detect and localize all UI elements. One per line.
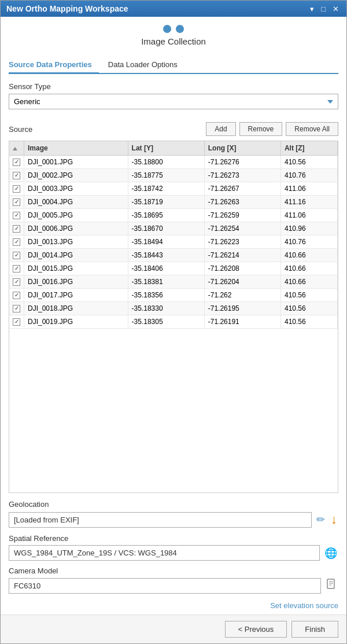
row-checkbox-cell	[9, 275, 24, 289]
remove-all-button[interactable]: Remove All	[286, 122, 338, 136]
sensor-type-select[interactable]: Generic UAV/UAS Digital Camera Film Came…	[9, 94, 338, 109]
table-row: DJI_0017.JPG-35.18356-71.262410.56	[9, 289, 338, 302]
sensor-type-label: Sensor Type	[9, 82, 338, 91]
row-long: -71.26276	[204, 156, 280, 169]
row-checkbox[interactable]	[13, 318, 20, 326]
row-image: DJI_0016.JPG	[24, 275, 128, 289]
row-lat: -35.18775	[128, 169, 204, 182]
row-long: -71.26254	[204, 222, 280, 235]
row-checkbox[interactable]	[13, 212, 20, 219]
row-lat: -35.18406	[128, 262, 204, 275]
close-icon[interactable]: ✕	[331, 5, 341, 13]
set-elevation-link[interactable]: Set elevation source	[9, 601, 338, 610]
row-long: -71.26267	[204, 182, 280, 196]
row-long: -71.26259	[204, 209, 280, 222]
table-row: DJI_0003.JPG-35.18742-71.26267411.06	[9, 182, 338, 196]
geolocation-edit-icon[interactable]: ✏	[315, 512, 326, 527]
row-image: DJI_0001.JPG	[24, 156, 128, 169]
row-checkbox-cell	[9, 169, 24, 182]
spatial-reference-input[interactable]	[9, 545, 320, 561]
finish-button[interactable]: Finish	[291, 621, 338, 638]
sensor-type-group: Sensor Type Generic UAV/UAS Digital Came…	[9, 82, 338, 116]
table-body: DJI_0001.JPG-35.18800-71.26276410.56DJI_…	[9, 156, 338, 329]
row-image: DJI_0006.JPG	[24, 222, 128, 235]
table-row: DJI_0005.JPG-35.18695-71.26259411.06	[9, 209, 338, 222]
window-controls: ▾ □ ✕	[308, 5, 341, 13]
row-checkbox[interactable]	[13, 159, 20, 166]
row-checkbox-cell	[9, 222, 24, 235]
camera-model-input[interactable]	[9, 578, 321, 594]
table-row: DJI_0001.JPG-35.18800-71.26276410.56	[9, 156, 338, 169]
row-long: -71.262	[204, 289, 280, 302]
row-image: DJI_0019.JPG	[24, 315, 128, 329]
row-lat: -35.18381	[128, 275, 204, 289]
tab-bar: Source Data Properties Data Loader Optio…	[9, 57, 338, 74]
footer-bar: < Previous Finish	[1, 614, 346, 643]
row-checkbox[interactable]	[13, 305, 20, 312]
previous-button[interactable]: < Previous	[225, 621, 287, 638]
row-alt: 411.16	[280, 196, 337, 209]
spatial-reference-group: Spatial Reference 🌐	[9, 534, 338, 561]
tab-source-data[interactable]: Source Data Properties	[9, 57, 99, 74]
row-checkbox[interactable]	[13, 198, 20, 206]
header-long: Long [X]	[204, 141, 280, 156]
image-table-scroll[interactable]: Image Lat [Y] Long [X] Alt [Z] DJI_0001.…	[9, 141, 338, 492]
row-long: -71.26223	[204, 235, 280, 249]
table-row: DJI_0004.JPG-35.18719-71.26263411.16	[9, 196, 338, 209]
row-alt: 410.56	[280, 289, 337, 302]
camera-model-row	[9, 577, 338, 594]
row-checkbox[interactable]	[13, 238, 20, 246]
row-alt: 410.96	[280, 222, 337, 235]
row-lat: -35.18494	[128, 235, 204, 249]
maximize-icon[interactable]: □	[319, 5, 327, 13]
row-lat: -35.18443	[128, 249, 204, 262]
row-checkbox[interactable]	[13, 278, 20, 286]
row-alt: 410.76	[280, 169, 337, 182]
row-image: DJI_0004.JPG	[24, 196, 128, 209]
svg-rect-0	[327, 579, 334, 588]
geolocation-group: Geolocation ✏ ↓	[9, 500, 338, 528]
minimize-icon[interactable]: ▾	[308, 5, 316, 13]
content-area: Image Collection Source Data Properties …	[1, 17, 346, 643]
row-checkbox[interactable]	[13, 225, 20, 233]
row-lat: -35.18670	[128, 222, 204, 235]
source-label: Source	[9, 125, 202, 134]
table-row: DJI_0014.JPG-35.18443-71.26214410.66	[9, 249, 338, 262]
spatial-reference-globe-icon[interactable]: 🌐	[323, 546, 338, 561]
row-checkbox-cell	[9, 302, 24, 315]
row-checkbox-cell	[9, 182, 24, 196]
row-image: DJI_0003.JPG	[24, 182, 128, 196]
row-checkbox[interactable]	[13, 292, 20, 299]
camera-model-group: Camera Model	[9, 566, 338, 594]
row-checkbox[interactable]	[13, 185, 20, 193]
row-alt: 411.06	[280, 182, 337, 196]
remove-button[interactable]: Remove	[239, 122, 283, 136]
table-header-row: Image Lat [Y] Long [X] Alt [Z]	[9, 141, 338, 156]
row-image: DJI_0005.JPG	[24, 209, 128, 222]
image-table: Image Lat [Y] Long [X] Alt [Z] DJI_0001.…	[9, 141, 338, 329]
row-image: DJI_0002.JPG	[24, 169, 128, 182]
row-image: DJI_0014.JPG	[24, 249, 128, 262]
spatial-reference-row: 🌐	[9, 545, 338, 561]
add-button[interactable]: Add	[206, 122, 235, 136]
row-checkbox-cell	[9, 289, 24, 302]
row-image: DJI_0017.JPG	[24, 289, 128, 302]
row-checkbox-cell	[9, 262, 24, 275]
row-checkbox[interactable]	[13, 265, 20, 273]
row-alt: 410.66	[280, 262, 337, 275]
tab-data-loader[interactable]: Data Loader Options	[108, 57, 184, 74]
camera-model-doc-icon[interactable]	[324, 577, 338, 594]
table-row: DJI_0013.JPG-35.18494-71.26223410.76	[9, 235, 338, 249]
table-row: DJI_0015.JPG-35.18406-71.26208410.66	[9, 262, 338, 275]
row-checkbox[interactable]	[13, 172, 20, 179]
row-long: -71.26204	[204, 275, 280, 289]
row-lat: -35.18330	[128, 302, 204, 315]
row-image: DJI_0015.JPG	[24, 262, 128, 275]
row-checkbox-cell	[9, 235, 24, 249]
window-title: New Ortho Mapping Workspace	[6, 4, 128, 13]
geolocation-download-icon[interactable]: ↓	[330, 511, 338, 528]
row-checkbox[interactable]	[13, 252, 20, 259]
row-long: -71.26214	[204, 249, 280, 262]
spatial-reference-label: Spatial Reference	[9, 534, 338, 543]
geolocation-input[interactable]	[9, 512, 312, 528]
